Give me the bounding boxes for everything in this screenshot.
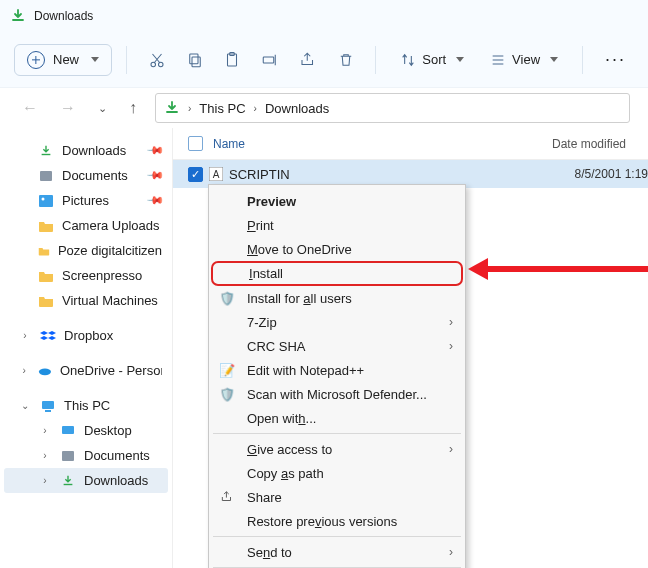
svg-rect-7 [40,171,52,181]
menu-label: Open with... [247,411,316,426]
context-menu: Preview Print Move to OneDrive Install 🛡… [208,184,466,568]
sidebar-item-documents[interactable]: Documents 📌 [4,163,168,188]
window-title: Downloads [34,9,93,23]
expand-icon[interactable]: › [18,365,30,376]
menu-scan-defender[interactable]: 🛡️Scan with Microsoft Defender... [211,382,463,406]
dropbox-icon [40,329,56,343]
address-bar[interactable]: › This PC › Downloads [155,93,630,123]
collapse-icon[interactable]: ⌄ [18,400,32,411]
sidebar-item-thispc[interactable]: ⌄ This PC [4,393,168,418]
expand-icon[interactable]: › [38,425,52,436]
menu-copy-path[interactable]: Copy as path [211,461,463,485]
expand-icon[interactable]: › [38,450,52,461]
svg-point-0 [151,62,156,67]
menu-move-onedrive[interactable]: Move to OneDrive [211,237,463,261]
svg-text:A: A [213,169,220,180]
column-date[interactable]: Date modified [552,137,648,151]
delete-button[interactable] [330,42,362,78]
menu-label: Edit with Notepad++ [247,363,364,378]
cut-button[interactable] [141,42,173,78]
menu-restore-versions[interactable]: Restore previous versions [211,509,463,533]
column-header: Name Date modified [173,128,648,160]
sidebar-item-label: Desktop [84,423,132,438]
nav-forward-button[interactable]: → [56,95,80,121]
onedrive-icon [38,364,52,378]
sidebar-item-pictures[interactable]: Pictures 📌 [4,188,168,213]
sidebar-item-label: Downloads [62,143,126,158]
sidebar-item-label: Poze digitalcitizen [58,243,162,258]
file-date: 8/5/2001 1:19 [552,167,648,181]
svg-rect-11 [42,401,54,409]
breadcrumb-seg[interactable]: Downloads [265,101,329,116]
menu-give-access[interactable]: Give access to› [211,437,463,461]
share-button[interactable] [292,42,324,78]
sidebar-item[interactable]: Poze digitalcitizen [4,238,168,263]
sidebar-item-documents[interactable]: › Documents [4,443,168,468]
paste-button[interactable] [216,42,248,78]
sidebar-item-label: Screenpresso [62,268,142,283]
folder-icon [38,219,54,233]
chevron-right-icon: › [449,339,453,353]
chevron-right-icon: › [449,315,453,329]
chevron-right-icon: › [254,103,257,114]
sidebar-item[interactable]: Virtual Machines [4,288,168,313]
chevron-down-icon[interactable]: ⌄ [94,98,111,119]
plus-icon [27,51,45,69]
menu-share[interactable]: Share [211,485,463,509]
menu-separator [213,536,461,537]
rename-button[interactable] [254,42,286,78]
sidebar-item[interactable]: Screenpresso [4,263,168,288]
menu-install[interactable]: Install [211,261,463,286]
sidebar-item-label: Documents [62,168,128,183]
file-name: SCRIPTIN [229,167,552,182]
expand-icon[interactable]: › [18,330,32,341]
menu-label: Scan with Microsoft Defender... [247,387,427,402]
select-all-checkbox[interactable] [188,136,203,151]
downloads-icon [60,474,76,488]
new-button-label: New [53,52,79,67]
svg-rect-13 [62,426,74,434]
menu-send-to[interactable]: Send to› [211,540,463,564]
more-button[interactable]: ··· [597,49,634,70]
view-label: View [512,52,540,67]
menu-label: Restore previous versions [247,514,397,529]
menu-label: Copy as path [247,466,324,481]
view-button[interactable]: View [480,48,568,72]
row-checkbox[interactable] [188,167,203,182]
chevron-down-icon [91,57,99,62]
copy-button[interactable] [179,42,211,78]
sidebar-item-desktop[interactable]: › Desktop [4,418,168,443]
sidebar-item-downloads[interactable]: Downloads 📌 [4,138,168,163]
column-name[interactable]: Name [209,137,552,151]
menu-print[interactable]: Print [211,213,463,237]
downloads-icon [38,144,54,158]
svg-rect-12 [45,410,51,412]
svg-rect-3 [189,54,197,64]
sort-button[interactable]: Sort [390,48,474,72]
menu-open-with[interactable]: Open with... [211,406,463,430]
downloads-folder-icon [10,8,26,24]
documents-icon [38,169,54,183]
nav-up-button[interactable]: ↑ [125,95,141,121]
desktop-icon [60,424,76,438]
notepad-icon: 📝 [217,363,237,378]
new-button[interactable]: New [14,44,112,76]
menu-crc-sha[interactable]: CRC SHA› [211,334,463,358]
sidebar-item-downloads[interactable]: › Downloads [4,468,168,493]
nav-back-button[interactable]: ← [18,95,42,121]
nav-row: ← → ⌄ ↑ › This PC › Downloads [0,88,648,128]
menu-7zip[interactable]: 7-Zip› [211,310,463,334]
svg-point-10 [39,368,51,375]
breadcrumb-seg[interactable]: This PC [199,101,245,116]
sidebar-item-dropbox[interactable]: › Dropbox [4,323,168,348]
menu-label: CRC SHA [247,339,306,354]
expand-icon[interactable]: › [38,475,52,486]
menu-install-all[interactable]: 🛡️Install for all users [211,286,463,310]
sidebar-item[interactable]: Camera Uploads [4,213,168,238]
sidebar-item-onedrive[interactable]: › OneDrive - Personal [4,358,168,383]
menu-edit-notepadpp[interactable]: 📝Edit with Notepad++ [211,358,463,382]
menu-preview[interactable]: Preview [211,189,463,213]
sidebar-item-label: This PC [64,398,110,413]
sidebar-item-label: Camera Uploads [62,218,160,233]
pictures-icon [38,194,54,208]
